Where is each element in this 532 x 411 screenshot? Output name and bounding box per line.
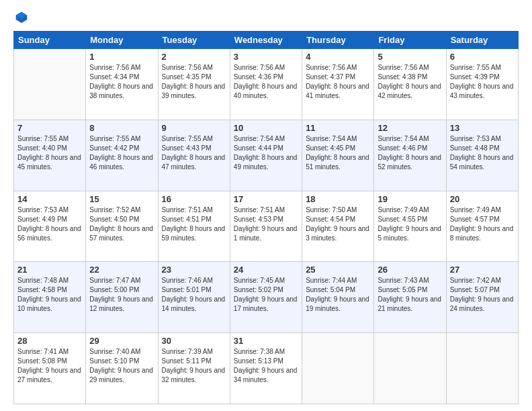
calendar-day-cell: 13Sunrise: 7:53 AMSunset: 4:48 PMDayligh… (446, 120, 518, 191)
day-info: Sunrise: 7:55 AMSunset: 4:40 PMDaylight:… (17, 134, 82, 172)
day-number: 15 (89, 194, 154, 204)
day-number: 16 (162, 194, 226, 204)
calendar-day-cell: 6Sunrise: 7:55 AMSunset: 4:39 PMDaylight… (446, 49, 518, 120)
day-info: Sunrise: 7:54 AMSunset: 4:44 PMDaylight:… (234, 134, 298, 172)
calendar-day-cell: 19Sunrise: 7:49 AMSunset: 4:55 PMDayligh… (374, 191, 446, 262)
day-info: Sunrise: 7:38 AMSunset: 5:13 PMDaylight:… (234, 347, 298, 385)
day-info: Sunrise: 7:56 AMSunset: 4:35 PMDaylight:… (162, 63, 226, 101)
calendar-day-cell: 27Sunrise: 7:42 AMSunset: 5:07 PMDayligh… (446, 262, 518, 333)
day-info: Sunrise: 7:50 AMSunset: 4:54 PMDaylight:… (306, 205, 370, 243)
day-number: 17 (234, 194, 298, 204)
day-number: 21 (17, 265, 82, 275)
calendar-day-cell: 24Sunrise: 7:45 AMSunset: 5:02 PMDayligh… (230, 262, 302, 333)
day-info: Sunrise: 7:53 AMSunset: 4:49 PMDaylight:… (17, 205, 82, 243)
calendar-day-cell: 17Sunrise: 7:51 AMSunset: 4:53 PMDayligh… (230, 191, 302, 262)
calendar-day-cell: 7Sunrise: 7:55 AMSunset: 4:40 PMDaylight… (14, 120, 86, 191)
calendar-day-cell: 29Sunrise: 7:40 AMSunset: 5:10 PMDayligh… (86, 333, 158, 404)
calendar-day-cell: 18Sunrise: 7:50 AMSunset: 4:54 PMDayligh… (302, 191, 374, 262)
calendar-day-cell: 14Sunrise: 7:53 AMSunset: 4:49 PMDayligh… (14, 191, 86, 262)
calendar-week-row: 14Sunrise: 7:53 AMSunset: 4:49 PMDayligh… (14, 191, 519, 262)
day-info: Sunrise: 7:48 AMSunset: 4:58 PMDaylight:… (17, 276, 82, 314)
weekday-header: Monday (86, 32, 158, 49)
weekday-header: Sunday (14, 32, 86, 49)
day-number: 31 (234, 336, 298, 346)
calendar-week-row: 1Sunrise: 7:56 AMSunset: 4:34 PMDaylight… (14, 49, 519, 120)
day-info: Sunrise: 7:56 AMSunset: 4:34 PMDaylight:… (89, 63, 154, 101)
calendar-day-cell: 28Sunrise: 7:41 AMSunset: 5:08 PMDayligh… (14, 333, 86, 404)
day-info: Sunrise: 7:53 AMSunset: 4:48 PMDaylight:… (450, 134, 515, 172)
calendar-header-row: SundayMondayTuesdayWednesdayThursdayFrid… (14, 32, 519, 49)
day-number: 14 (17, 194, 82, 204)
day-info: Sunrise: 7:51 AMSunset: 4:51 PMDaylight:… (162, 205, 226, 243)
calendar-day-cell: 16Sunrise: 7:51 AMSunset: 4:51 PMDayligh… (158, 191, 230, 262)
day-number: 2 (162, 52, 226, 62)
day-info: Sunrise: 7:43 AMSunset: 5:05 PMDaylight:… (378, 276, 442, 314)
calendar-week-row: 7Sunrise: 7:55 AMSunset: 4:40 PMDaylight… (14, 120, 519, 191)
day-info: Sunrise: 7:51 AMSunset: 4:53 PMDaylight:… (234, 205, 298, 243)
day-number: 7 (17, 123, 82, 133)
day-number: 22 (89, 265, 154, 275)
calendar-day-cell: 22Sunrise: 7:47 AMSunset: 5:00 PMDayligh… (86, 262, 158, 333)
weekday-header: Wednesday (230, 32, 302, 49)
day-info: Sunrise: 7:47 AMSunset: 5:00 PMDaylight:… (89, 276, 154, 314)
calendar-day-cell: 8Sunrise: 7:55 AMSunset: 4:42 PMDaylight… (86, 120, 158, 191)
day-number: 24 (234, 265, 298, 275)
calendar-day-cell: 15Sunrise: 7:52 AMSunset: 4:50 PMDayligh… (86, 191, 158, 262)
calendar-day-cell (14, 49, 86, 120)
day-info: Sunrise: 7:54 AMSunset: 4:46 PMDaylight:… (378, 134, 442, 172)
day-number: 27 (450, 265, 515, 275)
logo-icon (15, 11, 28, 24)
calendar-day-cell: 11Sunrise: 7:54 AMSunset: 4:45 PMDayligh… (302, 120, 374, 191)
calendar-day-cell: 4Sunrise: 7:56 AMSunset: 4:37 PMDaylight… (302, 49, 374, 120)
calendar-day-cell: 31Sunrise: 7:38 AMSunset: 5:13 PMDayligh… (230, 333, 302, 404)
day-number: 12 (378, 123, 442, 133)
day-info: Sunrise: 7:46 AMSunset: 5:01 PMDaylight:… (162, 276, 226, 314)
day-number: 11 (306, 123, 370, 133)
day-number: 20 (450, 194, 515, 204)
day-info: Sunrise: 7:45 AMSunset: 5:02 PMDaylight:… (234, 276, 298, 314)
day-info: Sunrise: 7:55 AMSunset: 4:39 PMDaylight:… (450, 63, 515, 101)
day-info: Sunrise: 7:49 AMSunset: 4:55 PMDaylight:… (378, 205, 442, 243)
day-number: 19 (378, 194, 442, 204)
day-info: Sunrise: 7:39 AMSunset: 5:11 PMDaylight:… (162, 347, 226, 385)
calendar-day-cell: 9Sunrise: 7:55 AMSunset: 4:43 PMDaylight… (158, 120, 230, 191)
day-number: 4 (306, 52, 370, 62)
day-info: Sunrise: 7:41 AMSunset: 5:08 PMDaylight:… (17, 347, 82, 385)
day-info: Sunrise: 7:42 AMSunset: 5:07 PMDaylight:… (450, 276, 515, 314)
calendar-day-cell (302, 333, 374, 404)
day-number: 23 (162, 265, 226, 275)
day-info: Sunrise: 7:52 AMSunset: 4:50 PMDaylight:… (89, 205, 154, 243)
day-info: Sunrise: 7:56 AMSunset: 4:37 PMDaylight:… (306, 63, 370, 101)
day-number: 8 (89, 123, 154, 133)
day-info: Sunrise: 7:54 AMSunset: 4:45 PMDaylight:… (306, 134, 370, 172)
calendar-week-row: 21Sunrise: 7:48 AMSunset: 4:58 PMDayligh… (14, 262, 519, 333)
calendar-day-cell: 30Sunrise: 7:39 AMSunset: 5:11 PMDayligh… (158, 333, 230, 404)
calendar-day-cell: 2Sunrise: 7:56 AMSunset: 4:35 PMDaylight… (158, 49, 230, 120)
calendar-day-cell: 12Sunrise: 7:54 AMSunset: 4:46 PMDayligh… (374, 120, 446, 191)
calendar-day-cell: 23Sunrise: 7:46 AMSunset: 5:01 PMDayligh… (158, 262, 230, 333)
calendar-day-cell: 5Sunrise: 7:56 AMSunset: 4:38 PMDaylight… (374, 49, 446, 120)
calendar-day-cell: 10Sunrise: 7:54 AMSunset: 4:44 PMDayligh… (230, 120, 302, 191)
calendar-day-cell: 21Sunrise: 7:48 AMSunset: 4:58 PMDayligh… (14, 262, 86, 333)
logo (13, 11, 28, 24)
calendar-day-cell: 25Sunrise: 7:44 AMSunset: 5:04 PMDayligh… (302, 262, 374, 333)
day-info: Sunrise: 7:55 AMSunset: 4:42 PMDaylight:… (89, 134, 154, 172)
page: SundayMondayTuesdayWednesdayThursdayFrid… (0, 0, 532, 411)
day-number: 5 (378, 52, 442, 62)
day-info: Sunrise: 7:56 AMSunset: 4:38 PMDaylight:… (378, 63, 442, 101)
calendar-day-cell (374, 333, 446, 404)
day-number: 26 (378, 265, 442, 275)
day-number: 18 (306, 194, 370, 204)
day-number: 29 (89, 336, 154, 346)
day-info: Sunrise: 7:40 AMSunset: 5:10 PMDaylight:… (89, 347, 154, 385)
calendar-day-cell: 3Sunrise: 7:56 AMSunset: 4:36 PMDaylight… (230, 49, 302, 120)
day-number: 13 (450, 123, 515, 133)
weekday-header: Friday (374, 32, 446, 49)
weekday-header: Tuesday (158, 32, 230, 49)
calendar-day-cell: 20Sunrise: 7:49 AMSunset: 4:57 PMDayligh… (446, 191, 518, 262)
calendar-day-cell (446, 333, 518, 404)
day-info: Sunrise: 7:56 AMSunset: 4:36 PMDaylight:… (234, 63, 298, 101)
day-number: 28 (17, 336, 82, 346)
day-info: Sunrise: 7:55 AMSunset: 4:43 PMDaylight:… (162, 134, 226, 172)
day-number: 10 (234, 123, 298, 133)
